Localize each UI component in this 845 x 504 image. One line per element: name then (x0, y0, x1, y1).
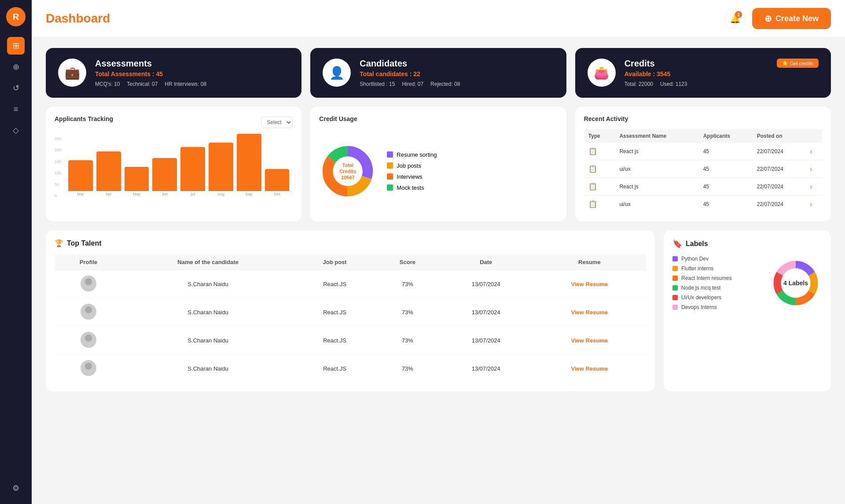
label-dot (672, 305, 678, 310)
label-dot (672, 256, 678, 261)
avatar (81, 332, 96, 348)
activity-action[interactable]: › (805, 178, 822, 195)
legend-dot-resume (387, 151, 393, 158)
legend-resume: Resume sorting (387, 151, 437, 158)
labels-count: 4 Labels (783, 280, 808, 287)
sidebar-item-add[interactable]: ⊕ (7, 58, 25, 76)
activity-applicants: 45 (699, 195, 753, 213)
header: Dashboard 🔔 2 ⊕ Create New (32, 0, 845, 37)
bar-group: Aug (209, 143, 233, 196)
bar-group: Sep (237, 134, 261, 196)
bar-chart: MarAprMayJunJulAugSepOct (65, 135, 293, 198)
talent-resume[interactable]: View Resume (533, 298, 646, 327)
credit-usage-panel: Credit Usage (310, 107, 566, 221)
credits-info: Credits ⭐ Get credits Available : 3545 T… (625, 59, 819, 87)
donut-label: Total Credits10567 (334, 162, 362, 180)
col-job-post: Job post (294, 254, 376, 270)
activity-action[interactable]: › (805, 195, 822, 213)
label-dot (672, 285, 678, 291)
main-area: Dashboard 🔔 2 ⊕ Create New 💼 Assessments… (32, 0, 845, 504)
talent-resume[interactable]: View Resume (533, 327, 646, 355)
candidates-card: 👤 Candidates Total candidates : 22 Short… (310, 48, 566, 98)
assessments-value: 45 (156, 70, 163, 77)
credit-usage-title: Credit Usage (319, 115, 557, 122)
activity-action[interactable]: › (805, 143, 822, 160)
credit-legend: Resume sorting Job posts Interviews (387, 151, 437, 191)
view-resume-link[interactable]: View Resume (571, 337, 608, 344)
assessments-sub: MCQ's: 10 Technical: 07 HR Interviews: 0… (95, 81, 289, 87)
sidebar-item-tag[interactable]: ◇ (7, 121, 25, 139)
credits-value: 3545 (657, 70, 670, 77)
bar (125, 167, 149, 191)
activity-name: ui/ux (615, 195, 698, 213)
candidates-title: Candidates (360, 59, 554, 69)
bar-month-label: Apr (106, 192, 112, 196)
activity-arrow-button[interactable]: › (810, 147, 812, 155)
talent-score: 73% (376, 355, 439, 383)
sidebar-item-list[interactable]: ≡ (7, 100, 25, 118)
activity-arrow-button[interactable]: › (810, 200, 812, 208)
activity-action[interactable]: › (805, 160, 822, 178)
view-resume-link[interactable]: View Resume (571, 309, 608, 316)
legend-dot-jobposts (387, 162, 393, 169)
legend-jobposts: Job posts (387, 162, 437, 169)
sidebar-item-dashboard[interactable]: ⊞ (7, 37, 25, 55)
talent-resume[interactable]: View Resume (533, 355, 646, 383)
assessments-main: Total Assessments : 45 (95, 70, 289, 77)
talent-table: Profile Name of the candidate Job post S… (55, 254, 646, 383)
activity-name: React js (615, 178, 698, 195)
avatar (81, 276, 96, 291)
table-row: S.Charan Naidu React.JS 73% 13/07/2024 V… (55, 355, 646, 383)
col-date: Date (439, 254, 533, 270)
assessments-title: Assessments (95, 59, 289, 69)
star-icon: ⭐ (782, 60, 788, 66)
labels-header: 🔖 Labels (672, 239, 822, 249)
candidates-label: Total candidates : (360, 70, 411, 77)
candidates-sub: Shortlisted : 15 Hired: 07 Rejected: 08 (360, 81, 554, 87)
bar-chart-container: 250 200 150 100 50 0 MarAprMayJunJulAugS… (55, 135, 293, 198)
get-credits-button[interactable]: ⭐ Get credits (777, 59, 819, 68)
credits-label: Available : (625, 70, 655, 77)
bar (68, 160, 93, 191)
label-text: Flutter interns (681, 265, 713, 272)
labels-title: Labels (686, 240, 708, 248)
col-applicants: Applicants (699, 129, 753, 143)
activity-applicants: 45 (699, 143, 753, 160)
stats-row: 💼 Assessments Total Assessments : 45 MCQ… (46, 48, 831, 98)
tracking-select[interactable]: Select (261, 117, 293, 128)
talent-resume[interactable]: View Resume (533, 270, 646, 298)
list-item: Flutter interns (672, 265, 760, 272)
activity-arrow-button[interactable]: › (810, 165, 812, 173)
candidates-main: Total candidates : 22 (360, 70, 554, 77)
sidebar-item-refresh[interactable]: ↺ (7, 79, 25, 97)
notification-button[interactable]: 🔔 2 (726, 9, 745, 28)
legend-mocktests: Mock tests (387, 184, 437, 191)
activity-name: ui/ux (615, 160, 698, 178)
view-resume-link[interactable]: View Resume (571, 281, 608, 287)
view-resume-link[interactable]: View Resume (571, 365, 608, 372)
content: 💼 Assessments Total Assessments : 45 MCQ… (32, 37, 845, 504)
svg-point-7 (85, 306, 92, 313)
sidebar-item-settings[interactable]: ⚙ (7, 479, 25, 497)
svg-point-9 (85, 335, 92, 342)
bar (209, 143, 233, 191)
list-item: Ui/Ux developers (672, 294, 760, 301)
svg-point-5 (85, 278, 92, 285)
legend-interviews: Interviews (387, 173, 437, 180)
col-name: Name of the candidate (122, 254, 294, 270)
bar-group: Jul (180, 147, 205, 196)
labels-panel: 🔖 Labels Python Dev Flutter interns Reac… (664, 230, 831, 391)
create-new-button[interactable]: ⊕ Create New (752, 8, 831, 29)
assessments-info: Assessments Total Assessments : 45 MCQ's… (95, 59, 289, 87)
bar-group: Apr (96, 151, 121, 196)
activity-arrow-button[interactable]: › (810, 183, 812, 191)
col-assessment-name: Assessment Name (615, 129, 698, 143)
candidates-icon: 👤 (323, 59, 351, 87)
list-item: Devops Interns (672, 304, 760, 310)
logo[interactable]: R (6, 7, 26, 26)
table-row: 📋 ui/ux 45 22/07/2024 › (584, 195, 822, 213)
svg-point-11 (85, 363, 92, 370)
talent-name: S.Charan Naidu (122, 327, 294, 355)
credits-main: Available : 3545 (625, 70, 819, 77)
applicants-tracking-panel: Applicants Tracking Select 250 200 150 1… (46, 107, 301, 221)
